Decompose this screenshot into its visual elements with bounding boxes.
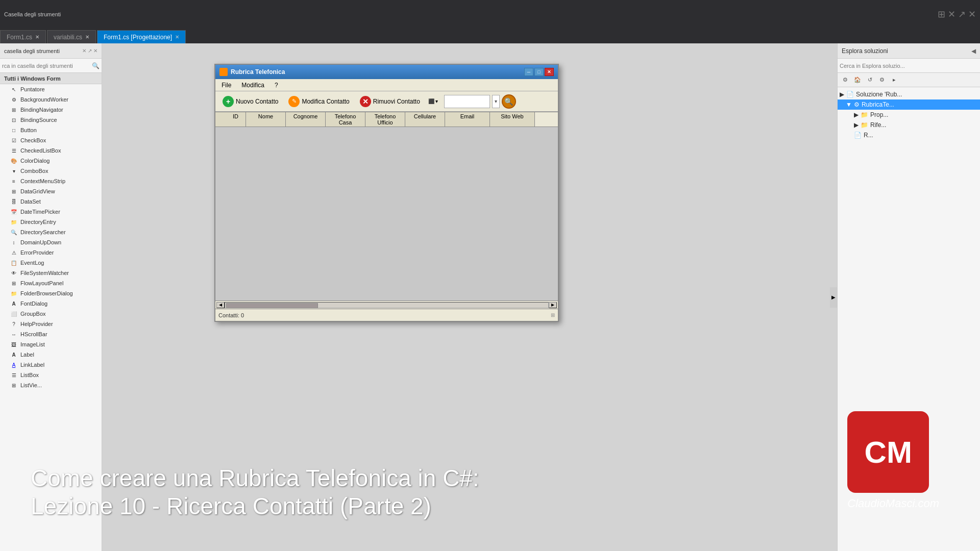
toolbox-item-domainupdown[interactable]: ↕DomainUpDown [0, 237, 102, 247]
toolbox-item-datetimepicker[interactable]: 📅DateTimePicker [0, 207, 102, 217]
toolbox-item-combobox[interactable]: ▾ComboBox [0, 166, 102, 176]
nuovo-contatto-button[interactable]: + Nuovo Contatto [218, 94, 282, 109]
toolbox-item-bindingsource[interactable]: ⊡BindingSource [0, 115, 102, 125]
form-close-button[interactable]: ✕ [545, 68, 554, 76]
toolbox-item-button[interactable]: □Button [0, 125, 102, 135]
toolbox-item-label: FontDialog [20, 300, 47, 307]
tab-form1-cs-label: Form1.cs [7, 34, 32, 41]
resize-grip[interactable]: ⊞ [551, 312, 555, 318]
toolbox-item-dataset[interactable]: 🗄DataSet [0, 196, 102, 207]
toolbox-search-bar[interactable]: 🔍 [0, 59, 102, 73]
sol-tool-more[interactable]: ▸ [889, 75, 900, 85]
solution-search-bar[interactable] [838, 59, 980, 73]
datetimepicker-icon: 📅 [10, 208, 17, 215]
file-icon: 📄 [854, 132, 862, 139]
datagrid-col-sito-web[interactable]: Sito Web [490, 112, 535, 127]
toolbox-item-folderbrowserdialog[interactable]: 📁FolderBrowserDialog [0, 288, 102, 298]
datagrid-scrollbar[interactable]: ◀ ▶ [215, 300, 558, 309]
bindnav-icon: ⊞ [10, 106, 17, 113]
form-title-controls: ─ □ ✕ [524, 68, 554, 76]
solution-search-input[interactable] [840, 63, 978, 69]
form-title-bar: Rubrica Telefonica ─ □ ✕ [215, 65, 558, 79]
linklabel-icon: A [10, 361, 17, 368]
toolbox-item-colordialog[interactable]: 🎨ColorDialog [0, 156, 102, 166]
toolbox-item-listbox[interactable]: ☰ListBox [0, 370, 102, 380]
form-statusbar: Contatti: 0 ⊞ [215, 309, 558, 321]
tab-form1-cs-close[interactable]: ✕ [35, 34, 39, 40]
vs-top-bar: Casella degli strumenti ⊞ ✕ ↗ ✕ [0, 0, 980, 28]
tree-item-properties[interactable]: ▶ 📁 Prop... [838, 110, 980, 120]
sol-tool-properties[interactable]: ⚙ [840, 75, 851, 85]
rimuovi-contatto-button[interactable]: ✕ Rimuovi Contatto [356, 94, 424, 109]
datagrid[interactable]: ID Nome Cognome Telefono Casa Telefono U… [215, 112, 558, 309]
toolbox-item-errorprovider[interactable]: ⚠ErrorProvider [0, 247, 102, 258]
tree-item-solution[interactable]: ▶ 📄 Soluzione 'Rub... [838, 89, 980, 99]
form-menu-file[interactable]: File [217, 81, 235, 90]
tab-form1-cs[interactable]: Form1.cs ✕ [0, 30, 46, 43]
toolbox-item-directoryentry[interactable]: 📁DirectoryEntry [0, 217, 102, 227]
search-button[interactable]: 🔍 [502, 94, 516, 109]
sol-tool-home[interactable]: 🏠 [852, 75, 863, 85]
datagrid-col-cellulare[interactable]: Cellulare [405, 112, 445, 127]
tab-variabili-cs-close[interactable]: ✕ [85, 34, 89, 40]
form-minimize-button[interactable]: ─ [524, 68, 533, 76]
search-dropdown[interactable]: ▾ [492, 95, 500, 108]
toolbox-item-contextmenustrip[interactable]: ≡ContextMenuStrip [0, 176, 102, 186]
dataset-icon: 🗄 [10, 198, 17, 205]
toolbox-item-label: FileSystemWatcher [20, 270, 69, 276]
toolbox-item-checkbox[interactable]: ☑CheckBox [0, 135, 102, 145]
sol-tool-refresh[interactable]: ↺ [864, 75, 875, 85]
toolbox-item-datagridview[interactable]: ⊞DataGridView [0, 186, 102, 196]
scrollbar-right-arrow[interactable]: ▶ [549, 302, 557, 308]
toolbox-item-filesystemwatcher[interactable]: 👁FileSystemWatcher [0, 268, 102, 278]
tree-item-references[interactable]: ▶ 📁 Rife... [838, 120, 980, 130]
datagrid-col-cognome[interactable]: Cognome [286, 112, 326, 127]
toolbox-header-label: Casella degli strumenti [4, 11, 61, 17]
toolbox-item-eventlog[interactable]: 📋EventLog [0, 258, 102, 268]
datagrid-col-tel-ufficio[interactable]: Telefono Ufficio [365, 112, 405, 127]
toolbox-item-checkedlistbox[interactable]: ☰CheckedListBox [0, 145, 102, 156]
form-maximize-button[interactable]: □ [534, 68, 544, 76]
rimuovi-icon: ✕ [360, 96, 371, 107]
toolbox-item-puntatore[interactable]: ↖Puntatore [0, 84, 102, 94]
modifica-contatto-button[interactable]: ✎ Modifica Contatto [284, 94, 353, 109]
tab-form1-design-close[interactable]: ✕ [175, 34, 179, 40]
toolbox-item-bindingnavigator[interactable]: ⊞BindingNavigator [0, 105, 102, 115]
datagrid-col-tel-casa[interactable]: Telefono Casa [326, 112, 365, 127]
toolbox-search-input[interactable] [2, 63, 92, 69]
datagrid-col-id[interactable]: ID [226, 112, 246, 127]
toolbox-item-linklabel[interactable]: ALinkLabel [0, 360, 102, 370]
solution-expand-icon: ◀ [971, 47, 976, 55]
contatti-count: Contatti: 0 [218, 312, 244, 318]
toolbox-item-label[interactable]: ALabel [0, 349, 102, 360]
form-toolbar: + Nuovo Contatto ✎ Modifica Contatto ✕ R… [215, 91, 558, 112]
expand-arrow[interactable]: ▶ [830, 287, 837, 308]
scrollbar-track[interactable] [225, 302, 549, 308]
toolbox-item-label: CheckedListBox [20, 147, 61, 154]
datagrid-body[interactable] [215, 127, 558, 300]
toolbox-item-helpprovider[interactable]: ?HelpProvider [0, 319, 102, 329]
search-input[interactable] [444, 95, 490, 108]
scrollbar-thumb[interactable] [226, 303, 318, 308]
tree-item-project[interactable]: ▼ ⚙ RubricaTe... [838, 99, 980, 110]
sol-tool-settings[interactable]: ⚙ [876, 75, 888, 85]
toolbox-item-directorysearcher[interactable]: 🔍DirectorySearcher [0, 227, 102, 237]
bindsrc-icon: ⊡ [10, 116, 17, 123]
tree-item-file[interactable]: 📄 R... [838, 130, 980, 140]
toolbox-item-listview[interactable]: ⊞ListVie... [0, 380, 102, 390]
toolbox-item-backgroundworker[interactable]: ⚙BackgroundWorker [0, 94, 102, 105]
toolbox-item-imagelist[interactable]: 🖼ImageList [0, 339, 102, 349]
form-menu-modifica[interactable]: Modifica [237, 81, 268, 90]
tab-form1-design[interactable]: Form1.cs [Progettazione] ✕ [97, 30, 186, 43]
toolbox-item-fontdialog[interactable]: AFontDialog [0, 298, 102, 309]
scrollbar-left-arrow[interactable]: ◀ [216, 302, 225, 308]
tab-variabili-cs[interactable]: variabili.cs ✕ [47, 30, 96, 43]
toolbox-item-hscrollbar[interactable]: ↔HScrollBar [0, 329, 102, 339]
datagrid-col-nome[interactable]: Nome [246, 112, 286, 127]
toolbox-item-groupbox[interactable]: ⬜GroupBox [0, 309, 102, 319]
toolbox-item-flowlayoutpanel[interactable]: ⊞FlowLayoutPanel [0, 278, 102, 288]
colordialog-icon: 🎨 [10, 157, 17, 164]
datagrid-col-email[interactable]: Email [445, 112, 490, 127]
toolbox-item-label: DirectoryEntry [20, 219, 56, 225]
form-menu-help[interactable]: ? [271, 81, 282, 90]
